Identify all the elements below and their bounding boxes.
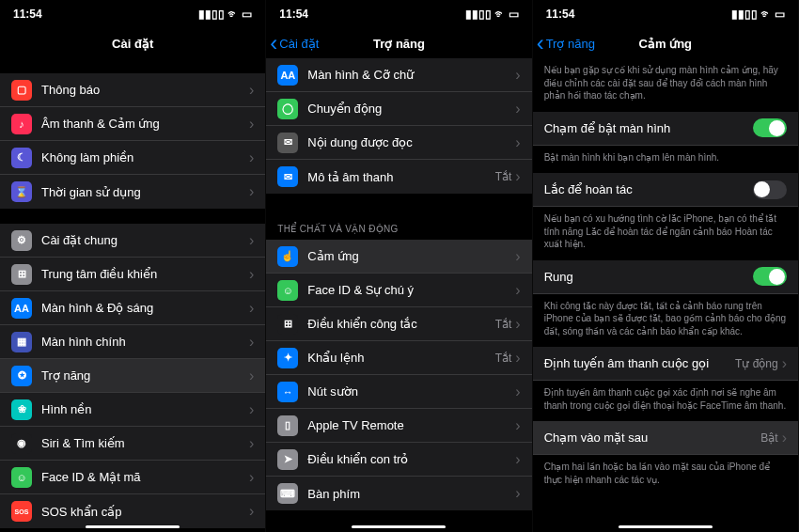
accessibility-group-1: AAMàn hình & Cỡ chữ›◯Chuyển động›✉Nội du…: [266, 58, 531, 194]
chevron-icon: ›: [782, 355, 787, 372]
row-icon: ➤: [277, 449, 298, 470]
row-label: Bàn phím: [307, 487, 515, 501]
chevron-icon: ›: [515, 383, 520, 400]
phone-settings: 11:54 ▮▮▯▯ ᯤ ▭ Cài đặt ▢Thông báo›♪Âm th…: [0, 0, 266, 532]
note-vibration: Khi công tắc này được tắt, tất cả cảnh b…: [533, 294, 798, 348]
settings-row[interactable]: ⊞Trung tâm điều khiển›: [0, 258, 265, 291]
row-label: Trung tâm điều khiển: [41, 267, 249, 281]
settings-row[interactable]: ⊞Điều khiển công tắcTắt›: [266, 307, 531, 341]
home-indicator[interactable]: [619, 525, 713, 528]
settings-row[interactable]: ☾Không làm phiền›: [0, 141, 265, 175]
wifi-icon: ᯤ: [227, 8, 239, 21]
settings-row[interactable]: ⌨Bàn phím›: [266, 477, 531, 510]
settings-row[interactable]: ▯Apple TV Remote›: [266, 409, 531, 443]
status-indicators: ▮▮▯▯ ᯤ ▭: [465, 8, 519, 21]
settings-row[interactable]: ▦Màn hình chính›: [0, 325, 265, 359]
row-label: SOS khẩn cấp: [41, 505, 249, 519]
settings-row[interactable]: ♪Âm thanh & Cảm ứng›: [0, 107, 265, 141]
nav-title: Cài đặt: [0, 37, 265, 51]
chevron-icon: ›: [515, 134, 520, 151]
toggle-shake-undo[interactable]: [753, 180, 787, 199]
row-tap-to-wake[interactable]: Chạm để bật màn hình: [533, 112, 798, 146]
row-label: Chuyển động: [307, 102, 515, 116]
settings-row[interactable]: ☝Cảm ứng›: [266, 240, 531, 274]
settings-group-2: ⚙Cài đặt chung›⊞Trung tâm điều khiển›AAM…: [0, 224, 265, 528]
chevron-icon: ›: [515, 417, 520, 434]
chevron-icon: ›: [249, 368, 254, 384]
row-label: Thời gian sử dụng: [41, 185, 249, 199]
row-icon: AA: [11, 298, 32, 319]
settings-row[interactable]: AAMàn hình & Độ sáng›: [0, 291, 265, 325]
settings-row[interactable]: ✉Nội dung được đọc›: [266, 126, 531, 160]
settings-row[interactable]: ☺Face ID & Sự chú ý›: [266, 274, 531, 307]
back-button[interactable]: Trợ năng: [533, 37, 595, 51]
settings-row[interactable]: ✦Khẩu lệnhTắt›: [266, 341, 531, 375]
row-icon: ✦: [277, 348, 298, 368]
row-icon: ⌛: [11, 181, 32, 202]
status-indicators: ▮▮▯▯ ᯤ ▭: [198, 8, 252, 21]
row-icon: ◉: [11, 433, 32, 454]
home-indicator[interactable]: [86, 525, 180, 528]
toggle-vibration[interactable]: [753, 267, 787, 286]
row-label: Siri & Tìm kiếm: [41, 436, 249, 450]
settings-row[interactable]: ➤Điều khiển con trỏ›: [266, 443, 531, 477]
row-label: Cài đặt chung: [41, 233, 249, 247]
row-call-audio-routing[interactable]: Định tuyến âm thanh cuộc gọi Tự động ›: [533, 347, 798, 381]
wifi-icon: ᯤ: [760, 8, 772, 21]
status-indicators: ▮▮▯▯ ᯤ ▭: [731, 8, 785, 21]
row-icon: ✉: [277, 166, 298, 187]
settings-row[interactable]: AAMàn hình & Cỡ chữ›: [266, 58, 531, 92]
settings-row[interactable]: ⚙Cài đặt chung›: [0, 224, 265, 258]
row-icon: ⊞: [277, 314, 298, 335]
battery-icon: ▭: [775, 8, 785, 21]
row-icon: ☝: [277, 246, 298, 267]
settings-row[interactable]: ↔Nút sườn›: [266, 375, 531, 409]
chevron-icon: ›: [249, 232, 254, 249]
row-icon: ⌨: [277, 483, 298, 504]
row-label: Không làm phiền: [41, 150, 249, 164]
row-back-tap[interactable]: Chạm vào mặt sau Bật ›: [533, 421, 798, 455]
settings-row[interactable]: ◯Chuyển động›: [266, 92, 531, 126]
row-label: Trợ năng: [41, 368, 249, 383]
row-vibration[interactable]: Rung: [533, 260, 798, 294]
settings-row[interactable]: ✪Trợ năng›: [0, 359, 265, 393]
chevron-icon: ›: [249, 183, 254, 200]
row-label: Hình nền: [41, 402, 249, 416]
row-label: Mô tả âm thanh: [307, 170, 494, 184]
chevron-icon: ›: [515, 350, 520, 367]
chevron-icon: ›: [249, 149, 254, 166]
row-value: Tắt: [495, 352, 512, 365]
intro-note: Nếu bạn gặp sự cố khi sử dụng màn hình c…: [533, 58, 798, 112]
chevron-icon: ›: [249, 116, 254, 133]
chevron-icon: ›: [515, 485, 520, 502]
nav-bar: Cài đặt: [0, 28, 265, 58]
chevron-icon: ›: [249, 469, 254, 486]
chevron-icon: ›: [249, 300, 254, 317]
signal-icon: ▮▮▯▯: [465, 8, 492, 21]
row-icon: ▦: [11, 332, 32, 352]
phone-touch: 11:54 ▮▮▯▯ ᯤ ▭ Trợ năng Cảm ứng Nếu bạn …: [533, 0, 799, 532]
settings-row[interactable]: ▢Thông báo›: [0, 73, 265, 107]
chevron-icon: ›: [249, 334, 254, 351]
home-indicator[interactable]: [352, 525, 446, 528]
settings-row[interactable]: ⌛Thời gian sử dụng›: [0, 175, 265, 209]
settings-row[interactable]: ❀Hình nền›: [0, 393, 265, 427]
status-bar: 11:54 ▮▮▯▯ ᯤ ▭: [533, 0, 798, 28]
settings-row[interactable]: SOSSOS khẩn cấp›: [0, 494, 265, 528]
row-label: Rung: [544, 270, 753, 284]
chevron-icon: ›: [515, 451, 520, 468]
settings-row[interactable]: ◉Siri & Tìm kiếm›: [0, 427, 265, 461]
settings-group-1: ▢Thông báo›♪Âm thanh & Cảm ứng›☾Không là…: [0, 73, 265, 209]
row-label: Màn hình & Cỡ chữ: [307, 68, 515, 82]
back-button[interactable]: Cài đặt: [266, 37, 319, 51]
note-tap-to-wake: Bật màn hình khi bạn chạm lên màn hình.: [533, 146, 798, 174]
settings-row[interactable]: ☺Face ID & Mật mã›: [0, 461, 265, 494]
row-icon: ◯: [277, 99, 298, 119]
row-shake-to-undo[interactable]: Lắc để hoàn tác: [533, 173, 798, 207]
row-icon: ↔: [277, 382, 298, 402]
toggle-tap-to-wake[interactable]: [753, 118, 787, 137]
status-time: 11:54: [279, 8, 308, 21]
chevron-icon: ›: [515, 282, 520, 299]
settings-row[interactable]: ✉Mô tả âm thanhTắt›: [266, 160, 531, 194]
row-label: Face ID & Mật mã: [41, 470, 249, 484]
